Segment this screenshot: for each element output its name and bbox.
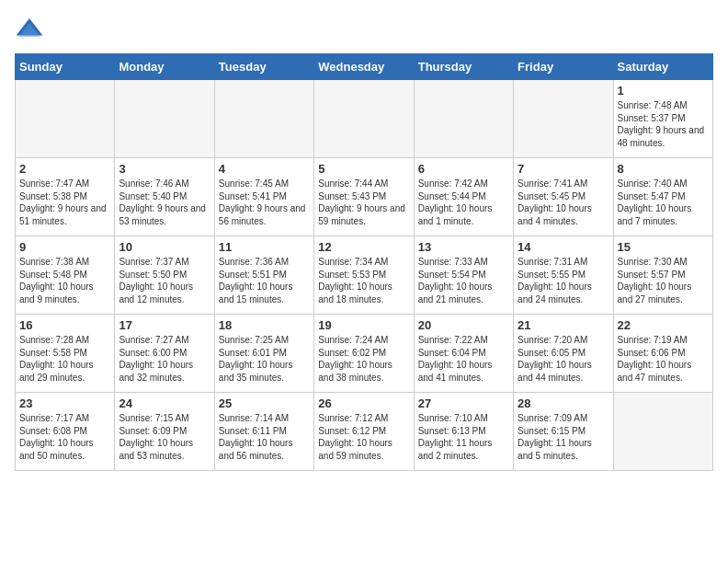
day-number: 15 xyxy=(618,240,709,254)
calendar-cell: 20Sunrise: 7:22 AM Sunset: 6:04 PM Dayli… xyxy=(414,315,513,393)
week-row-3: 9Sunrise: 7:38 AM Sunset: 5:48 PM Daylig… xyxy=(16,236,713,315)
calendar-cell: 12Sunrise: 7:34 AM Sunset: 5:53 PM Dayli… xyxy=(314,236,414,315)
day-number: 20 xyxy=(418,318,509,332)
calendar-cell: 19Sunrise: 7:24 AM Sunset: 6:02 PM Dayli… xyxy=(314,315,414,393)
calendar-cell: 22Sunrise: 7:19 AM Sunset: 6:06 PM Dayli… xyxy=(613,315,712,393)
calendar-cell: 15Sunrise: 7:30 AM Sunset: 5:57 PM Dayli… xyxy=(613,236,712,315)
calendar-header: SundayMondayTuesdayWednesdayThursdayFrid… xyxy=(16,54,713,80)
day-of-week-monday: Monday xyxy=(115,54,214,80)
day-info: Sunrise: 7:28 AM Sunset: 5:58 PM Dayligh… xyxy=(19,334,110,384)
day-number: 10 xyxy=(119,240,210,254)
day-number: 8 xyxy=(618,162,709,176)
day-info: Sunrise: 7:10 AM Sunset: 6:13 PM Dayligh… xyxy=(418,412,509,462)
day-of-week-thursday: Thursday xyxy=(414,54,513,80)
day-number: 22 xyxy=(618,318,709,332)
day-info: Sunrise: 7:47 AM Sunset: 5:38 PM Dayligh… xyxy=(19,178,110,227)
calendar-cell xyxy=(613,393,712,471)
calendar-cell: 25Sunrise: 7:14 AM Sunset: 6:11 PM Dayli… xyxy=(214,393,313,471)
calendar-cell: 5Sunrise: 7:44 AM Sunset: 5:43 PM Daylig… xyxy=(314,158,414,236)
calendar-body: 1Sunrise: 7:48 AM Sunset: 5:37 PM Daylig… xyxy=(16,80,713,471)
day-number: 11 xyxy=(219,240,310,254)
day-number: 16 xyxy=(19,318,110,332)
day-number: 24 xyxy=(119,396,210,410)
day-info: Sunrise: 7:24 AM Sunset: 6:02 PM Dayligh… xyxy=(318,334,409,384)
calendar-cell: 18Sunrise: 7:25 AM Sunset: 6:01 PM Dayli… xyxy=(214,315,313,393)
day-info: Sunrise: 7:37 AM Sunset: 5:50 PM Dayligh… xyxy=(119,256,210,305)
day-number: 17 xyxy=(119,318,210,332)
calendar-cell: 10Sunrise: 7:37 AM Sunset: 5:50 PM Dayli… xyxy=(115,236,214,315)
logo xyxy=(15,15,48,44)
calendar-cell: 28Sunrise: 7:09 AM Sunset: 6:15 PM Dayli… xyxy=(514,393,613,471)
day-info: Sunrise: 7:41 AM Sunset: 5:45 PM Dayligh… xyxy=(518,178,609,227)
day-info: Sunrise: 7:14 AM Sunset: 6:11 PM Dayligh… xyxy=(219,412,310,462)
day-number: 4 xyxy=(219,162,310,176)
week-row-5: 23Sunrise: 7:17 AM Sunset: 6:08 PM Dayli… xyxy=(16,393,713,471)
day-info: Sunrise: 7:40 AM Sunset: 5:47 PM Dayligh… xyxy=(618,178,709,227)
day-info: Sunrise: 7:36 AM Sunset: 5:51 PM Dayligh… xyxy=(219,256,310,305)
day-number: 13 xyxy=(418,240,509,254)
week-row-2: 2Sunrise: 7:47 AM Sunset: 5:38 PM Daylig… xyxy=(16,158,713,236)
calendar-cell: 23Sunrise: 7:17 AM Sunset: 6:08 PM Dayli… xyxy=(16,393,115,471)
day-number: 6 xyxy=(418,162,509,176)
day-number: 1 xyxy=(618,84,709,98)
calendar: SundayMondayTuesdayWednesdayThursdayFrid… xyxy=(15,53,713,471)
day-info: Sunrise: 7:48 AM Sunset: 5:37 PM Dayligh… xyxy=(618,99,709,149)
calendar-cell xyxy=(314,80,414,158)
calendar-cell xyxy=(115,80,214,158)
day-info: Sunrise: 7:09 AM Sunset: 6:15 PM Dayligh… xyxy=(518,412,609,462)
day-info: Sunrise: 7:38 AM Sunset: 5:48 PM Dayligh… xyxy=(19,256,110,305)
calendar-cell: 7Sunrise: 7:41 AM Sunset: 5:45 PM Daylig… xyxy=(514,158,613,236)
calendar-cell: 27Sunrise: 7:10 AM Sunset: 6:13 PM Dayli… xyxy=(414,393,513,471)
logo-icon xyxy=(15,15,44,44)
calendar-cell: 11Sunrise: 7:36 AM Sunset: 5:51 PM Dayli… xyxy=(214,236,313,315)
calendar-cell: 16Sunrise: 7:28 AM Sunset: 5:58 PM Dayli… xyxy=(16,315,115,393)
week-row-1: 1Sunrise: 7:48 AM Sunset: 5:37 PM Daylig… xyxy=(16,80,713,158)
day-number: 12 xyxy=(318,240,409,254)
day-info: Sunrise: 7:33 AM Sunset: 5:54 PM Dayligh… xyxy=(418,256,509,305)
day-info: Sunrise: 7:45 AM Sunset: 5:41 PM Dayligh… xyxy=(219,178,310,227)
calendar-cell: 1Sunrise: 7:48 AM Sunset: 5:37 PM Daylig… xyxy=(613,80,712,158)
day-number: 14 xyxy=(518,240,609,254)
day-header-row: SundayMondayTuesdayWednesdayThursdayFrid… xyxy=(16,54,713,80)
day-of-week-saturday: Saturday xyxy=(613,54,712,80)
day-number: 18 xyxy=(219,318,310,332)
day-number: 26 xyxy=(318,396,409,410)
day-number: 5 xyxy=(318,162,409,176)
day-of-week-tuesday: Tuesday xyxy=(214,54,313,80)
calendar-cell: 9Sunrise: 7:38 AM Sunset: 5:48 PM Daylig… xyxy=(16,236,115,315)
calendar-cell xyxy=(16,80,115,158)
calendar-cell xyxy=(414,80,513,158)
day-of-week-sunday: Sunday xyxy=(16,54,115,80)
day-number: 3 xyxy=(119,162,210,176)
calendar-cell: 24Sunrise: 7:15 AM Sunset: 6:09 PM Dayli… xyxy=(115,393,214,471)
day-info: Sunrise: 7:25 AM Sunset: 6:01 PM Dayligh… xyxy=(219,334,310,384)
calendar-cell: 2Sunrise: 7:47 AM Sunset: 5:38 PM Daylig… xyxy=(16,158,115,236)
day-info: Sunrise: 7:20 AM Sunset: 6:05 PM Dayligh… xyxy=(518,334,609,384)
header xyxy=(15,15,713,44)
day-info: Sunrise: 7:15 AM Sunset: 6:09 PM Dayligh… xyxy=(119,412,210,462)
day-number: 19 xyxy=(318,318,409,332)
day-number: 25 xyxy=(219,396,310,410)
day-info: Sunrise: 7:19 AM Sunset: 6:06 PM Dayligh… xyxy=(618,334,709,384)
calendar-cell: 6Sunrise: 7:42 AM Sunset: 5:44 PM Daylig… xyxy=(414,158,513,236)
calendar-cell: 21Sunrise: 7:20 AM Sunset: 6:05 PM Dayli… xyxy=(514,315,613,393)
calendar-cell: 4Sunrise: 7:45 AM Sunset: 5:41 PM Daylig… xyxy=(214,158,313,236)
calendar-cell: 17Sunrise: 7:27 AM Sunset: 6:00 PM Dayli… xyxy=(115,315,214,393)
day-info: Sunrise: 7:30 AM Sunset: 5:57 PM Dayligh… xyxy=(618,256,709,305)
day-info: Sunrise: 7:34 AM Sunset: 5:53 PM Dayligh… xyxy=(318,256,409,305)
day-of-week-wednesday: Wednesday xyxy=(314,54,414,80)
day-number: 2 xyxy=(19,162,110,176)
day-number: 27 xyxy=(418,396,509,410)
day-number: 9 xyxy=(19,240,110,254)
day-number: 23 xyxy=(19,396,110,410)
day-info: Sunrise: 7:31 AM Sunset: 5:55 PM Dayligh… xyxy=(518,256,609,305)
calendar-cell: 8Sunrise: 7:40 AM Sunset: 5:47 PM Daylig… xyxy=(613,158,712,236)
day-info: Sunrise: 7:22 AM Sunset: 6:04 PM Dayligh… xyxy=(418,334,509,384)
calendar-cell: 26Sunrise: 7:12 AM Sunset: 6:12 PM Dayli… xyxy=(314,393,414,471)
day-info: Sunrise: 7:12 AM Sunset: 6:12 PM Dayligh… xyxy=(318,412,409,462)
calendar-cell xyxy=(214,80,313,158)
calendar-cell xyxy=(514,80,613,158)
day-of-week-friday: Friday xyxy=(514,54,613,80)
week-row-4: 16Sunrise: 7:28 AM Sunset: 5:58 PM Dayli… xyxy=(16,315,713,393)
calendar-cell: 3Sunrise: 7:46 AM Sunset: 5:40 PM Daylig… xyxy=(115,158,214,236)
